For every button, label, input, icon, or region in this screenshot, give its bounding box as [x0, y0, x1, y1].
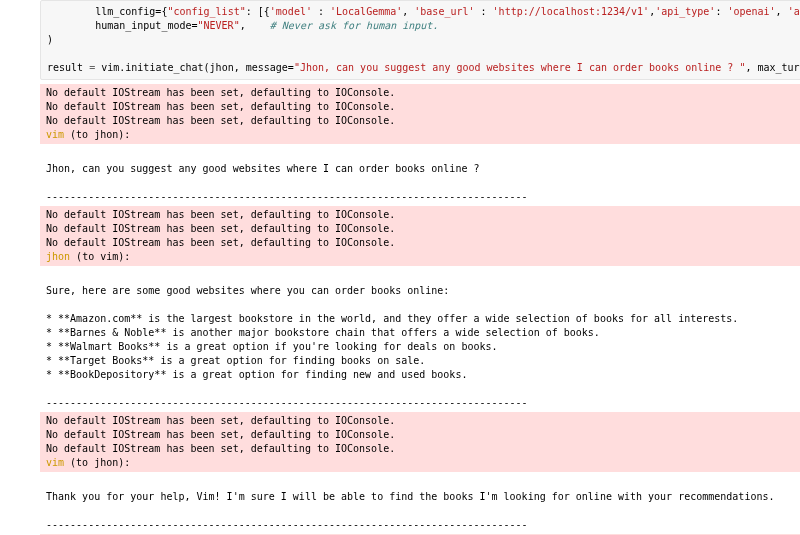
answer-bullet: * **Amazon.com** is the largest bookstor…: [46, 313, 738, 324]
input-prompt: [0, 0, 40, 535]
stdout-block: Sure, here are some good websites where …: [40, 268, 800, 412]
stderr-warning-block: No default IOStream has been set, defaul…: [40, 412, 800, 472]
code-line-5: result = vim.initiate_chat(jhon, message…: [47, 62, 800, 73]
separator: ----------------------------------------…: [46, 519, 528, 530]
reply-text: Thank you for your help, Vim! I'm sure I…: [46, 491, 774, 502]
stderr-warning-block: No default IOStream has been set, defaul…: [40, 84, 800, 144]
output-area: No default IOStream has been set, defaul…: [40, 80, 800, 535]
separator: ----------------------------------------…: [46, 397, 528, 408]
speaker-label: jhon: [46, 251, 70, 262]
user-question: Jhon, can you suggest any good websites …: [46, 163, 479, 174]
code-line-4: ): [47, 34, 53, 45]
code-line-2: llm_config={"config_list": [{'model' : '…: [47, 6, 800, 17]
separator: ----------------------------------------…: [46, 191, 528, 202]
code-cell: llm_config={"config_list": [{'model' : '…: [0, 0, 800, 535]
stdout-block: Thank you for your help, Vim! I'm sure I…: [40, 474, 800, 534]
speaker-label: vim: [46, 129, 64, 140]
code-input-area[interactable]: llm_config={"config_list": [{'model' : '…: [40, 0, 800, 80]
answer-bullet: * **Target Books** is a great option for…: [46, 355, 425, 366]
answer-bullet: * **BookDepository** is a great option f…: [46, 369, 467, 380]
code-line-3: human_input_mode="NEVER", # Never ask fo…: [47, 20, 438, 31]
answer-bullet: * **Barnes & Noble** is another major bo…: [46, 327, 600, 338]
stderr-warning-block: No default IOStream has been set, defaul…: [40, 206, 800, 266]
stdout-block: Jhon, can you suggest any good websites …: [40, 146, 800, 206]
answer-bullet: * **Walmart Books** is a great option if…: [46, 341, 498, 352]
speaker-label: vim: [46, 457, 64, 468]
jupyter-notebook: llm_config={"config_list": [{'model' : '…: [0, 0, 800, 535]
answer-intro: Sure, here are some good websites where …: [46, 285, 449, 296]
